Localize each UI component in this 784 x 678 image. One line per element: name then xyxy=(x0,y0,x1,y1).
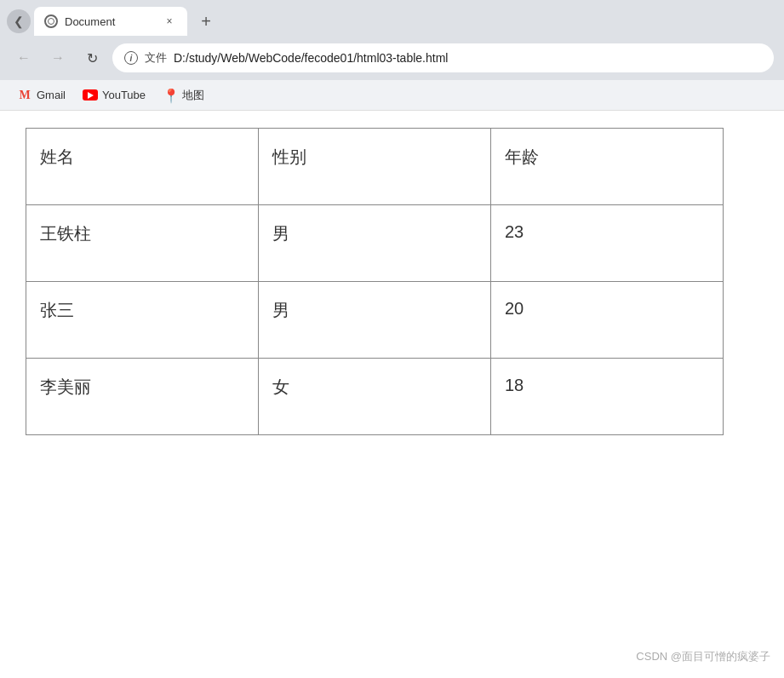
table-row: 张三 男 20 xyxy=(26,282,724,359)
row2-gender: 男 xyxy=(259,282,491,359)
bookmark-gmail[interactable]: M Gmail xyxy=(10,85,72,105)
tab-favicon-inner xyxy=(48,18,54,25)
bookmark-gmail-label: Gmail xyxy=(37,89,66,101)
bookmark-youtube[interactable]: YouTube xyxy=(76,85,152,105)
active-tab[interactable]: Document × xyxy=(34,7,187,36)
row2-age: 20 xyxy=(491,282,724,359)
bookmark-maps-label: 地图 xyxy=(182,88,204,103)
url-info-icon: i xyxy=(124,51,138,65)
tab-favicon xyxy=(44,14,58,28)
table-header-row: 姓名 性别 年龄 xyxy=(26,129,724,205)
url-bar[interactable]: i 文件 D:/study/Web/WebCode/fecode01/html0… xyxy=(112,43,774,72)
header-name: 姓名 xyxy=(26,129,259,205)
address-bar: ← → ↻ i 文件 D:/study/Web/WebCode/fecode01… xyxy=(0,36,784,80)
row1-age: 23 xyxy=(491,205,724,282)
bookmark-maps[interactable]: 📍 地图 xyxy=(156,84,211,106)
back-button[interactable]: ← xyxy=(10,44,37,72)
tab-scroll-left[interactable]: ❮ xyxy=(7,9,31,33)
table-row: 王铁柱 男 23 xyxy=(26,205,724,282)
table-row: 李美丽 女 18 xyxy=(26,359,724,435)
page-footer-watermark: CSDN @面目可憎的疯婆子 xyxy=(636,649,770,664)
youtube-icon xyxy=(83,89,98,101)
row1-gender: 男 xyxy=(259,205,491,282)
bookmark-youtube-label: YouTube xyxy=(102,89,146,101)
forward-button[interactable]: → xyxy=(44,44,72,72)
page-content: 姓名 性别 年龄 王铁柱 男 23 张三 男 20 李美丽 女 18 xyxy=(0,111,784,452)
refresh-button[interactable]: ↻ xyxy=(78,44,106,72)
url-file-label: 文件 xyxy=(145,50,167,66)
row3-age: 18 xyxy=(491,359,724,435)
maps-icon: 📍 xyxy=(163,88,178,103)
new-tab-button[interactable]: + xyxy=(194,9,218,33)
tab-close-button[interactable]: × xyxy=(162,14,177,29)
header-gender: 性别 xyxy=(259,129,491,205)
row3-name: 李美丽 xyxy=(26,359,259,435)
data-table: 姓名 性别 年龄 王铁柱 男 23 张三 男 20 李美丽 女 18 xyxy=(26,128,724,435)
row2-name: 张三 xyxy=(26,282,259,359)
youtube-play-triangle xyxy=(88,92,94,99)
tab-bar: ❮ Document × + xyxy=(0,0,784,36)
browser-chrome: ❮ Document × + ← → ↻ i 文件 xyxy=(0,0,784,111)
tab-title: Document xyxy=(65,15,155,28)
bookmarks-bar: M Gmail YouTube 📍 地图 xyxy=(0,80,784,111)
row1-name: 王铁柱 xyxy=(26,205,259,282)
gmail-icon: M xyxy=(17,89,32,101)
url-text: D:/study/Web/WebCode/fecode01/html03-tab… xyxy=(174,51,762,65)
row3-gender: 女 xyxy=(259,359,491,435)
header-age: 年龄 xyxy=(491,129,724,205)
